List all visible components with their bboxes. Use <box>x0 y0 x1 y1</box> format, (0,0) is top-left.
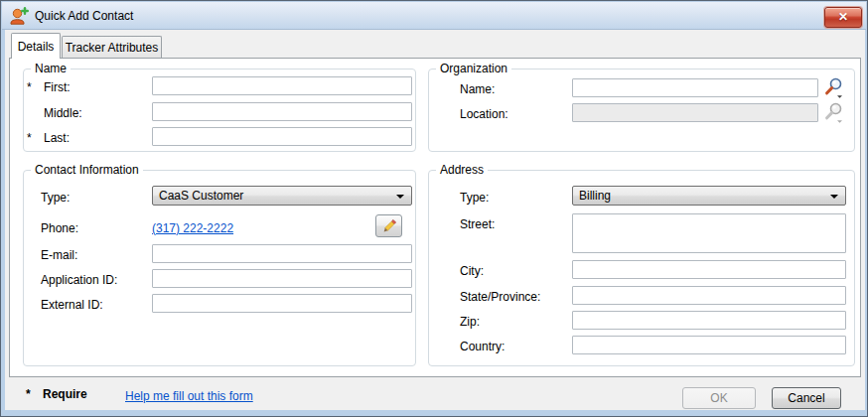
add-contact-icon <box>9 6 29 26</box>
chevron-down-icon <box>396 195 404 199</box>
middle-name-label: Middle: <box>44 105 82 121</box>
name-group-legend: Name <box>31 62 71 75</box>
close-icon: ✕ <box>838 10 848 24</box>
tab-details[interactable]: Details <box>11 33 61 59</box>
cancel-button[interactable]: Cancel <box>772 387 841 409</box>
country-input[interactable] <box>572 336 846 354</box>
tab-tracker-attributes[interactable]: Tracker Attributes <box>62 36 162 59</box>
window-title: Quick Add Contact <box>35 9 133 23</box>
organization-location-input <box>572 103 818 122</box>
search-icon <box>822 76 846 100</box>
address-type-label: Type: <box>460 190 489 206</box>
email-label: E-mail: <box>41 247 77 263</box>
phone-number-link[interactable]: (317) 222-2222 <box>152 220 233 236</box>
quick-add-contact-dialog: Quick Add Contact ✕ Details Tracker Attr… <box>0 0 868 417</box>
state-province-input[interactable] <box>572 286 846 305</box>
first-name-label: First: <box>44 79 71 95</box>
organization-name-lookup-button[interactable] <box>822 76 846 100</box>
application-id-label: Application ID: <box>41 272 117 288</box>
address-type-value: Billing <box>579 189 611 203</box>
contact-information-legend: Contact Information <box>31 163 143 177</box>
required-label: Require <box>43 387 87 401</box>
address-group-legend: Address <box>436 163 488 177</box>
organization-name-label: Name: <box>460 81 495 97</box>
external-id-input[interactable] <box>152 294 412 313</box>
contact-type-value: CaaS Customer <box>159 189 243 203</box>
street-input[interactable] <box>572 213 846 253</box>
phone-label: Phone: <box>41 220 78 236</box>
zip-label: Zip: <box>460 314 480 330</box>
zip-input[interactable] <box>572 311 846 330</box>
city-input[interactable] <box>572 260 846 279</box>
titlebar: Quick Add Contact ✕ <box>2 2 866 30</box>
organization-group-legend: Organization <box>436 62 511 75</box>
pencil-icon <box>381 218 397 234</box>
phone-edit-button[interactable] <box>375 214 402 237</box>
address-type-dropdown[interactable]: Billing <box>572 186 846 206</box>
close-button[interactable]: ✕ <box>824 7 862 28</box>
application-id-input[interactable] <box>152 269 412 288</box>
city-label: City: <box>460 263 484 279</box>
contact-type-label: Type: <box>41 190 70 206</box>
last-required-marker: * <box>27 129 32 145</box>
last-name-input[interactable] <box>152 127 412 146</box>
country-label: Country: <box>460 339 505 354</box>
email-input[interactable] <box>152 244 412 263</box>
middle-name-input[interactable] <box>152 102 412 121</box>
required-marker: * <box>26 387 31 401</box>
first-name-input[interactable] <box>152 76 412 95</box>
first-required-marker: * <box>27 78 32 94</box>
contact-type-dropdown[interactable]: CaaS Customer <box>152 186 412 206</box>
help-link[interactable]: Help me fill out this form <box>125 388 253 404</box>
organization-location-lookup-button <box>822 101 846 125</box>
external-id-label: External ID: <box>41 297 103 313</box>
ok-button[interactable]: OK <box>682 387 756 409</box>
organization-name-input[interactable] <box>572 78 818 97</box>
last-name-label: Last: <box>44 130 70 146</box>
organization-location-label: Location: <box>460 106 508 122</box>
state-province-label: State/Province: <box>460 289 540 305</box>
street-label: Street: <box>460 216 495 232</box>
search-icon-disabled <box>822 101 846 125</box>
chevron-down-icon <box>830 195 838 199</box>
